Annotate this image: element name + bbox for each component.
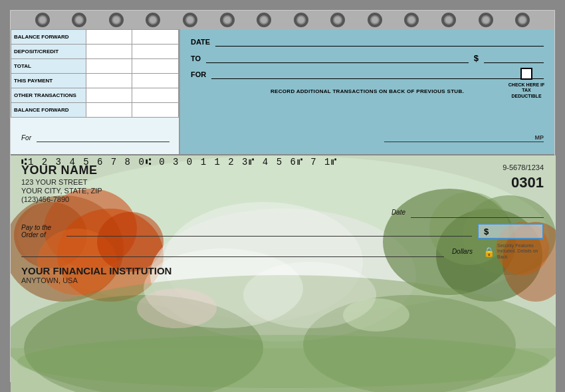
for-label: FOR — [191, 70, 206, 78]
date-field-row: Date — [21, 209, 544, 218]
check-phone: (123)456-7890 — [21, 195, 102, 203]
spiral-coil — [257, 13, 271, 27]
spiral-coil — [515, 13, 530, 27]
spiral-coil — [368, 13, 382, 27]
stub-val1-this-payment — [86, 74, 132, 88]
stub-row-total: TOTAL — [11, 59, 179, 74]
spiral-coil — [35, 13, 50, 27]
micr-line: ⑆1 2 3 4 5 6 7 8 0⑆ 0 3 0 1 1 2 3⑈ 4 5 6… — [21, 157, 554, 167]
svg-point-24 — [17, 335, 549, 388]
stub-row-other-transactions: OTHER TRANSACTIONS — [11, 88, 179, 103]
stub-label-total: TOTAL — [11, 59, 86, 74]
checkbook: BALANCE FORWARD DEPOSIT/CREDIT TOTAL THI… — [10, 10, 555, 382]
name-address-block: YOUR NAME 123 YOUR STREET YOUR CITY, STA… — [21, 163, 102, 203]
spiral-coil — [441, 13, 456, 27]
stub-label-this-payment: THIS PAYMENT — [11, 74, 86, 88]
mp-label: MP — [535, 134, 544, 141]
date-label: DATE — [191, 38, 210, 46]
stub-label-deposit: DEPOSIT/CREDIT — [11, 45, 86, 59]
routing-check-number-block: 9-5678/1234 0301 — [503, 163, 544, 191]
to-underline — [206, 54, 469, 63]
amount-underline — [484, 54, 544, 63]
stub-val2-this-payment — [132, 74, 179, 88]
spiral-coil — [146, 13, 160, 27]
tax-deductible-label: CHECK HERE IFTAX DEDUCTIBLE — [507, 82, 546, 99]
svg-point-22 — [343, 298, 409, 332]
bank-name: YOUR FINANCIAL INSTITUTION — [21, 265, 544, 276]
stub-val1-other-transactions — [86, 88, 132, 103]
spiral-coil — [220, 13, 235, 27]
for-memo-label: For — [21, 134, 31, 142]
for-memo-row: For — [21, 133, 544, 142]
stub-val2-deposit — [132, 45, 179, 59]
check-here-box: CHECK HERE IFTAX DEDUCTIBLE — [507, 68, 546, 99]
check-street: 123 YOUR STREET — [21, 178, 102, 186]
amount-dollar-sign: $ — [484, 227, 489, 237]
date-input-line — [411, 209, 544, 218]
spiral-coil — [183, 13, 197, 27]
spiral-coil — [404, 13, 419, 27]
date-field-label: Date — [392, 209, 405, 218]
pay-to-label: Pay to theOrder of — [21, 224, 61, 239]
stub-row-balance-forward-2: BALANCE FORWARD — [11, 103, 179, 118]
memo-line — [37, 133, 170, 142]
stub-table: BALANCE FORWARD DEPOSIT/CREDIT TOTAL THI… — [11, 29, 179, 118]
dollars-row: Dollars 🔒 Security Features Included. De… — [21, 243, 544, 260]
security-block: 🔒 Security Features Included. Details on… — [483, 243, 544, 260]
for-underline — [211, 70, 544, 79]
stub-val2-balance-forward — [132, 30, 179, 45]
dollars-label: Dollars — [452, 248, 473, 255]
stub-label-balance-forward: BALANCE FORWARD — [11, 30, 86, 45]
to-line: TO $ — [191, 53, 544, 63]
spiral-coil — [72, 13, 86, 27]
date-underline — [215, 37, 544, 47]
for-line: FOR — [191, 70, 544, 79]
lock-icon: 🔒 — [483, 246, 495, 257]
spiral-coil — [109, 13, 124, 27]
date-line: DATE — [191, 37, 544, 47]
stub-val1-deposit — [86, 45, 132, 59]
signature-line — [384, 142, 544, 142]
check-city: YOUR CITY, STATE, ZIP — [21, 187, 102, 195]
dollar-sign: $ — [474, 53, 479, 63]
spiral-coil — [294, 13, 308, 27]
pay-to-order-row: Pay to theOrder of $ — [21, 223, 544, 239]
stub-val2-total — [132, 59, 179, 74]
to-label: TO — [191, 54, 201, 62]
payee-line — [66, 226, 472, 237]
tax-deductible-checkbox[interactable] — [520, 68, 532, 80]
spiral-coil — [479, 13, 493, 27]
stub-row-this-payment: THIS PAYMENT — [11, 74, 179, 88]
stub-val2-other-transactions — [132, 88, 179, 103]
amount-box: $ — [477, 223, 544, 239]
check-number: 0301 — [503, 174, 544, 191]
svg-point-21 — [137, 288, 217, 328]
written-amount-line — [21, 246, 444, 257]
stub-row-balance-forward: BALANCE FORWARD — [11, 30, 179, 45]
bank-row: YOUR FINANCIAL INSTITUTION ANYTOWN, USA — [21, 265, 544, 284]
spiral-binding — [11, 11, 554, 29]
record-note: RECORD ADDITIONAL TRANSACTIONS ON BACK O… — [191, 88, 544, 94]
bank-city: ANYTOWN, USA — [21, 276, 544, 284]
stub-val2-balance-forward-2 — [132, 103, 179, 118]
security-text: Security Features Included. Details on B… — [497, 243, 544, 260]
stub-label-balance-forward-2: BALANCE FORWARD — [11, 103, 86, 118]
stub-val1-balance-forward-2 — [86, 103, 132, 118]
stub-val1-total — [86, 59, 132, 74]
check-top-row: YOUR NAME 123 YOUR STREET YOUR CITY, STA… — [21, 163, 544, 203]
check-fields: YOUR NAME 123 YOUR STREET YOUR CITY, STA… — [11, 155, 554, 171]
stub-val1-balance-forward — [86, 30, 132, 45]
stub-row-deposit: DEPOSIT/CREDIT — [11, 45, 179, 59]
spiral-coil — [330, 13, 345, 27]
stub-label-other-transactions: OTHER TRANSACTIONS — [11, 88, 86, 103]
